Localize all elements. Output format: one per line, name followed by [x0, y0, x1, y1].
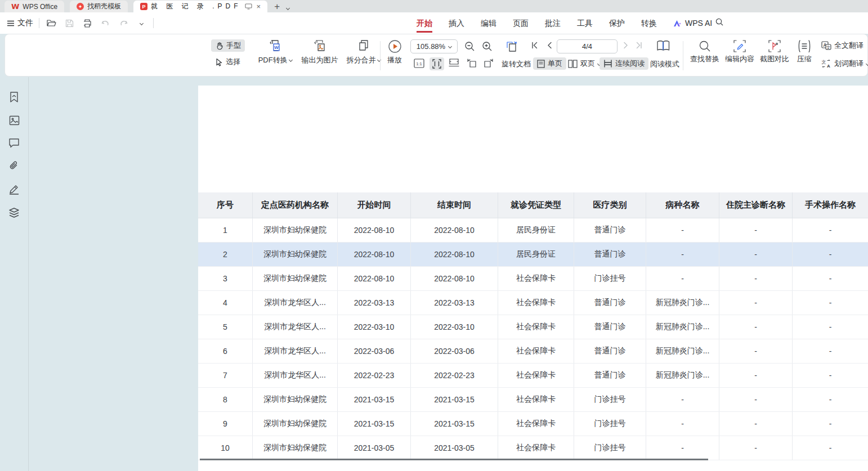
new-tab-icon[interactable]: +	[274, 1, 280, 12]
play-button[interactable]: 播放	[381, 39, 408, 65]
table-cell: -	[719, 388, 793, 411]
wps-ai-button[interactable]: WPS AI	[673, 12, 712, 34]
save-icon[interactable]	[63, 17, 75, 29]
pdf-convert-label: PDF转换	[258, 56, 288, 64]
file-menu-button[interactable]: 文件	[7, 18, 33, 28]
table-cell: 深圳市龙华区人...	[253, 291, 338, 315]
zoom-level-input[interactable]: 105.88%	[410, 39, 458, 53]
undo-icon[interactable]	[99, 17, 111, 29]
pdf-convert-button[interactable]: W PDF转换	[254, 39, 297, 65]
book-icon	[656, 39, 671, 53]
last-page-button[interactable]	[636, 42, 643, 49]
layers-icon[interactable]	[8, 208, 20, 218]
table-row: 8深圳市妇幼保健院2021-03-152021-03-15社会保障卡门诊挂号--…	[198, 388, 868, 412]
print-icon[interactable]	[81, 17, 93, 29]
tab-docer-templates[interactable]: ✦ 找稻壳模板	[70, 1, 128, 12]
comment-icon[interactable]	[8, 138, 20, 148]
table-cell: 7	[198, 364, 253, 387]
table-header-cell: 手术操作名称	[793, 192, 868, 218]
full-translate-label: 全文翻译	[834, 41, 863, 51]
hand-tool-button[interactable]: 手型	[211, 39, 245, 52]
rotate-right-button[interactable]	[484, 58, 494, 68]
menu-tab-edit[interactable]: 编辑	[481, 12, 496, 34]
full-translate-icon: A 文	[821, 41, 831, 50]
table-cell: -	[793, 339, 868, 363]
table-header-cell: 开始时间	[338, 192, 411, 218]
tab-list-chevron-icon[interactable]	[287, 3, 289, 12]
full-translate-button[interactable]: A 文 全文翻译	[821, 41, 863, 51]
thumbnail-icon[interactable]	[9, 115, 20, 125]
tab-wps-office[interactable]: W WPS Office	[5, 1, 64, 12]
continuous-read-icon	[603, 60, 612, 68]
edit-content-icon	[733, 40, 746, 52]
attachment-icon[interactable]	[8, 160, 20, 172]
svg-text:1:1: 1:1	[416, 61, 422, 66]
tab-label: 找稻壳模板	[87, 2, 121, 11]
hand-tool-label: 手型	[226, 41, 241, 51]
menu-tab-home[interactable]: 开始	[417, 12, 432, 34]
compress-button[interactable]: 压缩	[792, 40, 817, 64]
select-tool-button[interactable]: 选择	[215, 57, 240, 67]
actual-size-button[interactable]: 1:1	[414, 59, 424, 68]
table-cell: 2022-08-10	[338, 267, 411, 290]
quick-access-chevron-icon[interactable]	[135, 17, 147, 29]
single-page-button[interactable]: 单页	[533, 57, 566, 70]
first-page-button[interactable]	[531, 42, 538, 49]
table-cell: 社会保障卡	[498, 291, 574, 315]
wps-ai-logo-icon	[673, 20, 682, 27]
menu-tab-comment[interactable]: 批注	[545, 12, 561, 34]
table-cell: -	[719, 315, 793, 339]
signature-icon[interactable]	[8, 184, 20, 195]
read-mode-button[interactable]	[656, 39, 671, 53]
screenshot-compare-button[interactable]: 截图对比	[757, 40, 792, 64]
continuous-read-button[interactable]: 连续阅读	[599, 57, 648, 70]
zoom-out-button[interactable]	[464, 41, 475, 52]
table-header-cell: 住院主诊断名称	[719, 192, 793, 218]
table-cell: 2021-03-15	[411, 388, 498, 411]
table-cell: 2021-03-15	[338, 388, 411, 411]
fit-page-button[interactable]	[429, 57, 444, 70]
rotate-right-icon	[484, 58, 494, 68]
read-mode-label[interactable]: 阅读模式	[650, 59, 679, 69]
close-tab-icon[interactable]: ×	[257, 2, 261, 11]
find-replace-icon	[699, 40, 711, 52]
word-translate-button[interactable]: 文 A 划词翻译	[821, 59, 868, 69]
previous-page-button[interactable]	[547, 42, 552, 49]
zoom-in-button[interactable]	[482, 41, 493, 52]
table-row: 6深圳市龙华区人...2022-03-062022-03-06社会保障卡普通门诊…	[198, 339, 868, 364]
table-cell: 门诊挂号	[574, 436, 646, 460]
next-page-button[interactable]	[623, 42, 629, 49]
menu-tab-convert[interactable]: 转换	[641, 12, 657, 34]
fit-width-button[interactable]	[449, 59, 459, 67]
table-cell: 深圳市妇幼保健院	[253, 412, 338, 436]
menu-tab-tools[interactable]: 工具	[577, 12, 593, 34]
double-page-button[interactable]: 双页	[568, 59, 601, 69]
table-row: 10深圳市妇幼保健院2021-03-052021-03-05社会保障卡门诊挂号-…	[198, 436, 868, 460]
table-cell: 居民身份证	[498, 218, 574, 242]
document-canvas[interactable]: 序号定点医药机构名称开始时间结束时间就诊凭证类型医疗类别病种名称住院主诊断名称手…	[29, 77, 868, 471]
edit-content-button[interactable]: 编辑内容	[722, 40, 757, 64]
ribbon-toolbar: 手型 选择 W PDF转换 输出为图片 拆分合并	[5, 34, 868, 77]
redo-icon[interactable]	[117, 17, 129, 29]
svg-text:文: 文	[826, 45, 831, 50]
export-image-button[interactable]: 输出为图片	[296, 39, 344, 65]
chevron-down-icon	[289, 58, 293, 62]
rotate-left-button[interactable]	[467, 58, 477, 68]
present-monitor-icon[interactable]	[245, 3, 252, 10]
table-cell: 2022-08-10	[411, 267, 498, 290]
tab-document-active[interactable]: P 就 医 记 录 .PDF ×	[133, 1, 267, 12]
menu-search-icon[interactable]	[715, 17, 724, 26]
rotate-pages-button[interactable]	[505, 40, 518, 53]
bookmark-icon[interactable]	[9, 92, 19, 103]
screenshot-compare-icon	[768, 40, 781, 52]
table-cell: 新冠肺炎门诊...	[646, 291, 719, 315]
page-indicator-input[interactable]: 4/4	[557, 39, 618, 53]
divider	[153, 18, 154, 28]
find-replace-button[interactable]: 查找替换	[687, 40, 722, 64]
menu-tab-protect[interactable]: 保护	[609, 12, 625, 34]
open-file-icon[interactable]	[45, 17, 57, 29]
menu-tab-page[interactable]: 页面	[513, 12, 529, 34]
rotate-doc-label[interactable]: 旋转文档	[502, 59, 531, 69]
menu-tab-insert[interactable]: 插入	[449, 12, 464, 34]
table-row: 3深圳市妇幼保健院2022-08-102022-08-10社会保障卡门诊挂号--…	[198, 267, 868, 291]
